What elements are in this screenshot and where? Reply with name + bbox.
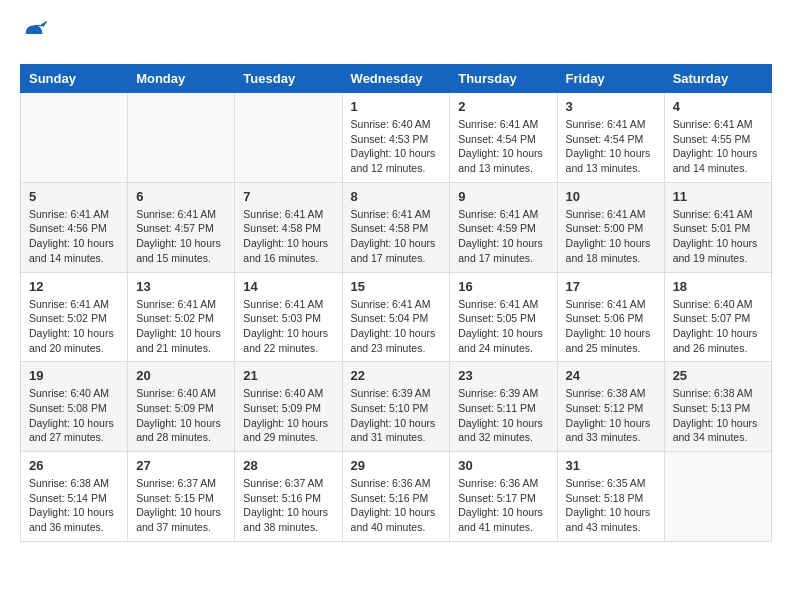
calendar-cell: 17Sunrise: 6:41 AMSunset: 5:06 PMDayligh… bbox=[557, 272, 664, 362]
day-info: Sunrise: 6:41 AMSunset: 5:06 PMDaylight:… bbox=[566, 297, 656, 356]
day-number: 16 bbox=[458, 279, 548, 294]
day-number: 2 bbox=[458, 99, 548, 114]
day-number: 3 bbox=[566, 99, 656, 114]
header-thursday: Thursday bbox=[450, 65, 557, 93]
day-info: Sunrise: 6:40 AMSunset: 5:07 PMDaylight:… bbox=[673, 297, 763, 356]
day-number: 22 bbox=[351, 368, 442, 383]
day-number: 6 bbox=[136, 189, 226, 204]
calendar-cell: 12Sunrise: 6:41 AMSunset: 5:02 PMDayligh… bbox=[21, 272, 128, 362]
header-sunday: Sunday bbox=[21, 65, 128, 93]
day-number: 17 bbox=[566, 279, 656, 294]
day-info: Sunrise: 6:40 AMSunset: 5:08 PMDaylight:… bbox=[29, 386, 119, 445]
day-info: Sunrise: 6:41 AMSunset: 5:05 PMDaylight:… bbox=[458, 297, 548, 356]
calendar-cell: 14Sunrise: 6:41 AMSunset: 5:03 PMDayligh… bbox=[235, 272, 342, 362]
calendar-cell: 20Sunrise: 6:40 AMSunset: 5:09 PMDayligh… bbox=[128, 362, 235, 452]
day-number: 29 bbox=[351, 458, 442, 473]
day-info: Sunrise: 6:40 AMSunset: 5:09 PMDaylight:… bbox=[136, 386, 226, 445]
day-number: 11 bbox=[673, 189, 763, 204]
calendar-cell bbox=[128, 93, 235, 183]
calendar-cell: 5Sunrise: 6:41 AMSunset: 4:56 PMDaylight… bbox=[21, 182, 128, 272]
day-number: 31 bbox=[566, 458, 656, 473]
calendar-cell: 25Sunrise: 6:38 AMSunset: 5:13 PMDayligh… bbox=[664, 362, 771, 452]
day-info: Sunrise: 6:38 AMSunset: 5:12 PMDaylight:… bbox=[566, 386, 656, 445]
day-info: Sunrise: 6:41 AMSunset: 5:01 PMDaylight:… bbox=[673, 207, 763, 266]
calendar-week-row: 5Sunrise: 6:41 AMSunset: 4:56 PMDaylight… bbox=[21, 182, 772, 272]
header-monday: Monday bbox=[128, 65, 235, 93]
day-info: Sunrise: 6:36 AMSunset: 5:16 PMDaylight:… bbox=[351, 476, 442, 535]
day-number: 9 bbox=[458, 189, 548, 204]
calendar-cell: 7Sunrise: 6:41 AMSunset: 4:58 PMDaylight… bbox=[235, 182, 342, 272]
calendar-cell: 26Sunrise: 6:38 AMSunset: 5:14 PMDayligh… bbox=[21, 452, 128, 542]
calendar-cell: 28Sunrise: 6:37 AMSunset: 5:16 PMDayligh… bbox=[235, 452, 342, 542]
calendar-week-row: 26Sunrise: 6:38 AMSunset: 5:14 PMDayligh… bbox=[21, 452, 772, 542]
day-info: Sunrise: 6:41 AMSunset: 4:54 PMDaylight:… bbox=[458, 117, 548, 176]
day-number: 8 bbox=[351, 189, 442, 204]
day-number: 5 bbox=[29, 189, 119, 204]
logo bbox=[20, 20, 52, 48]
day-info: Sunrise: 6:41 AMSunset: 4:57 PMDaylight:… bbox=[136, 207, 226, 266]
day-number: 21 bbox=[243, 368, 333, 383]
day-number: 28 bbox=[243, 458, 333, 473]
calendar-cell: 19Sunrise: 6:40 AMSunset: 5:08 PMDayligh… bbox=[21, 362, 128, 452]
day-number: 23 bbox=[458, 368, 548, 383]
day-info: Sunrise: 6:40 AMSunset: 4:53 PMDaylight:… bbox=[351, 117, 442, 176]
day-info: Sunrise: 6:41 AMSunset: 4:56 PMDaylight:… bbox=[29, 207, 119, 266]
day-number: 18 bbox=[673, 279, 763, 294]
day-info: Sunrise: 6:41 AMSunset: 4:58 PMDaylight:… bbox=[351, 207, 442, 266]
day-info: Sunrise: 6:39 AMSunset: 5:11 PMDaylight:… bbox=[458, 386, 548, 445]
calendar-cell bbox=[664, 452, 771, 542]
calendar-week-row: 12Sunrise: 6:41 AMSunset: 5:02 PMDayligh… bbox=[21, 272, 772, 362]
calendar-cell: 2Sunrise: 6:41 AMSunset: 4:54 PMDaylight… bbox=[450, 93, 557, 183]
day-number: 20 bbox=[136, 368, 226, 383]
day-number: 10 bbox=[566, 189, 656, 204]
calendar-cell: 31Sunrise: 6:35 AMSunset: 5:18 PMDayligh… bbox=[557, 452, 664, 542]
day-number: 14 bbox=[243, 279, 333, 294]
calendar-cell: 6Sunrise: 6:41 AMSunset: 4:57 PMDaylight… bbox=[128, 182, 235, 272]
day-info: Sunrise: 6:35 AMSunset: 5:18 PMDaylight:… bbox=[566, 476, 656, 535]
calendar-cell: 22Sunrise: 6:39 AMSunset: 5:10 PMDayligh… bbox=[342, 362, 450, 452]
day-info: Sunrise: 6:38 AMSunset: 5:14 PMDaylight:… bbox=[29, 476, 119, 535]
day-info: Sunrise: 6:37 AMSunset: 5:16 PMDaylight:… bbox=[243, 476, 333, 535]
header-saturday: Saturday bbox=[664, 65, 771, 93]
calendar-table: Sunday Monday Tuesday Wednesday Thursday… bbox=[20, 64, 772, 542]
day-info: Sunrise: 6:36 AMSunset: 5:17 PMDaylight:… bbox=[458, 476, 548, 535]
calendar-cell: 1Sunrise: 6:40 AMSunset: 4:53 PMDaylight… bbox=[342, 93, 450, 183]
day-info: Sunrise: 6:41 AMSunset: 5:02 PMDaylight:… bbox=[136, 297, 226, 356]
day-number: 19 bbox=[29, 368, 119, 383]
header-wednesday: Wednesday bbox=[342, 65, 450, 93]
day-number: 26 bbox=[29, 458, 119, 473]
calendar-cell: 24Sunrise: 6:38 AMSunset: 5:12 PMDayligh… bbox=[557, 362, 664, 452]
page-header bbox=[20, 20, 772, 48]
calendar-week-row: 1Sunrise: 6:40 AMSunset: 4:53 PMDaylight… bbox=[21, 93, 772, 183]
calendar-cell: 29Sunrise: 6:36 AMSunset: 5:16 PMDayligh… bbox=[342, 452, 450, 542]
calendar-cell: 30Sunrise: 6:36 AMSunset: 5:17 PMDayligh… bbox=[450, 452, 557, 542]
day-number: 27 bbox=[136, 458, 226, 473]
day-info: Sunrise: 6:41 AMSunset: 5:04 PMDaylight:… bbox=[351, 297, 442, 356]
day-number: 30 bbox=[458, 458, 548, 473]
header-friday: Friday bbox=[557, 65, 664, 93]
calendar-cell: 18Sunrise: 6:40 AMSunset: 5:07 PMDayligh… bbox=[664, 272, 771, 362]
calendar-cell: 10Sunrise: 6:41 AMSunset: 5:00 PMDayligh… bbox=[557, 182, 664, 272]
day-number: 24 bbox=[566, 368, 656, 383]
calendar-week-row: 19Sunrise: 6:40 AMSunset: 5:08 PMDayligh… bbox=[21, 362, 772, 452]
calendar-cell: 9Sunrise: 6:41 AMSunset: 4:59 PMDaylight… bbox=[450, 182, 557, 272]
day-number: 15 bbox=[351, 279, 442, 294]
day-info: Sunrise: 6:41 AMSunset: 4:54 PMDaylight:… bbox=[566, 117, 656, 176]
calendar-cell: 11Sunrise: 6:41 AMSunset: 5:01 PMDayligh… bbox=[664, 182, 771, 272]
day-number: 1 bbox=[351, 99, 442, 114]
header-tuesday: Tuesday bbox=[235, 65, 342, 93]
day-info: Sunrise: 6:37 AMSunset: 5:15 PMDaylight:… bbox=[136, 476, 226, 535]
calendar-cell: 27Sunrise: 6:37 AMSunset: 5:15 PMDayligh… bbox=[128, 452, 235, 542]
day-info: Sunrise: 6:38 AMSunset: 5:13 PMDaylight:… bbox=[673, 386, 763, 445]
calendar-cell: 3Sunrise: 6:41 AMSunset: 4:54 PMDaylight… bbox=[557, 93, 664, 183]
calendar-cell: 21Sunrise: 6:40 AMSunset: 5:09 PMDayligh… bbox=[235, 362, 342, 452]
calendar-cell bbox=[235, 93, 342, 183]
day-info: Sunrise: 6:41 AMSunset: 4:59 PMDaylight:… bbox=[458, 207, 548, 266]
calendar-cell: 8Sunrise: 6:41 AMSunset: 4:58 PMDaylight… bbox=[342, 182, 450, 272]
calendar-cell: 15Sunrise: 6:41 AMSunset: 5:04 PMDayligh… bbox=[342, 272, 450, 362]
calendar-header-row: Sunday Monday Tuesday Wednesday Thursday… bbox=[21, 65, 772, 93]
day-info: Sunrise: 6:41 AMSunset: 4:58 PMDaylight:… bbox=[243, 207, 333, 266]
calendar-cell: 16Sunrise: 6:41 AMSunset: 5:05 PMDayligh… bbox=[450, 272, 557, 362]
day-info: Sunrise: 6:41 AMSunset: 5:00 PMDaylight:… bbox=[566, 207, 656, 266]
day-number: 7 bbox=[243, 189, 333, 204]
